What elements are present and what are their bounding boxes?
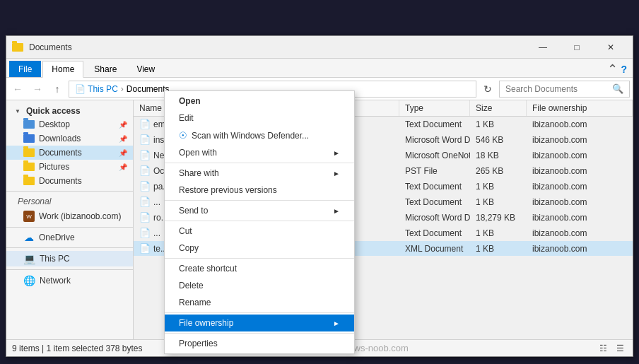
tab-file[interactable]: File (9, 61, 41, 77)
sidebar-item-downloads[interactable]: Downloads 📌 (6, 131, 133, 146)
file-type: Text Document (399, 194, 470, 209)
work-icon: W (23, 211, 35, 222)
ribbon-tabs: File Home Share View ⌃ ? (6, 59, 633, 77)
ctx-scan[interactable]: ☉ Scan with Windows Defender... (165, 127, 354, 144)
ctx-open-label: Open (179, 96, 201, 106)
ctx-fileownership-label: File ownership (179, 318, 233, 328)
ctx-sendto[interactable]: Send to ► (165, 202, 354, 219)
sidebar-personal-label: Personal (18, 196, 51, 206)
search-box[interactable]: 🔍 (499, 81, 630, 98)
help-icon[interactable]: ? (621, 64, 627, 75)
txt-file-icon2: 📄 (139, 181, 151, 192)
ctx-rename[interactable]: Rename (165, 294, 354, 311)
sidebar-item-documents[interactable]: Documents 📌 (6, 146, 133, 160)
sidebar-item-pictures[interactable]: Pictures 📌 (6, 160, 133, 174)
onedrive-icon: ☁ (23, 233, 35, 242)
ctx-restore[interactable]: Restore previous versions (165, 182, 354, 199)
pin-icon-pics: 📌 (119, 163, 127, 171)
doc-file-icon2: 📄 (139, 212, 151, 223)
file-size: 265 KB (470, 163, 527, 178)
up-button[interactable]: ↑ (49, 81, 66, 98)
ctx-openwith[interactable]: Open with ► (165, 144, 354, 161)
file-owner: ibizanoob.com (527, 241, 633, 256)
ctx-copy[interactable]: Copy (165, 240, 354, 257)
txt-file-icon4: 📄 (139, 228, 151, 238)
sidebar-divider1 (6, 191, 133, 192)
sidebar-divider4 (6, 269, 133, 270)
quick-access-header[interactable]: ▼ Quick access (6, 103, 133, 117)
pin-icon: 📌 (119, 121, 127, 129)
network-icon: 🌐 (23, 275, 35, 286)
file-size: 1 KB (470, 241, 527, 256)
sidebar-documents-label: Documents (39, 148, 82, 158)
ctx-properties-label: Properties (179, 339, 218, 348)
file-size: 1 KB (470, 117, 527, 131)
back-button[interactable]: ← (9, 81, 26, 98)
tab-home[interactable]: Home (42, 61, 83, 78)
close-button[interactable]: ✕ (594, 37, 627, 58)
ribbon: File Home Share View ⌃ ? (6, 59, 633, 78)
sidebar: ▼ Quick access Desktop 📌 Downloads 📌 Doc… (6, 100, 134, 339)
ctx-openwith-label: Open with (179, 148, 217, 158)
sidebar-item-desktop[interactable]: Desktop 📌 (6, 117, 133, 131)
ctx-open[interactable]: Open (165, 93, 354, 110)
ctx-copy-label: Copy (179, 243, 199, 253)
defender-icon: ☉ (179, 130, 187, 141)
minimize-button[interactable]: — (527, 37, 559, 58)
col-size[interactable]: Size (470, 100, 527, 116)
txt-file-icon: 📄 (139, 119, 151, 129)
ctx-divider6 (165, 333, 354, 334)
sidebar-item-personal[interactable]: Personal (6, 194, 133, 209)
ctx-edit-label: Edit (179, 113, 194, 123)
tab-share[interactable]: Share (85, 61, 126, 77)
forward-button[interactable]: → (29, 81, 46, 98)
ribbon-collapse-icon[interactable]: ⌃ (607, 61, 618, 77)
sidebar-item-onedrive[interactable]: ☁ OneDrive (6, 230, 133, 245)
ctx-edit[interactable]: Edit (165, 110, 354, 127)
path-thispc[interactable]: 📄 This PC (75, 84, 118, 94)
ctx-cut[interactable]: Cut (165, 223, 354, 240)
ctx-sharewith-label: Share with (179, 168, 219, 178)
ctx-sharewith[interactable]: Share with ► (165, 165, 354, 182)
list-view-button[interactable]: ☷ (596, 341, 610, 356)
file-type: Microsoft OneNote... (399, 148, 470, 163)
sidebar-pictures-label: Pictures (39, 162, 69, 172)
path-documents[interactable]: Documents (127, 84, 170, 94)
sidebar-item-documents2[interactable]: Documents (6, 174, 133, 188)
file-owner: ibizanoob.com (527, 148, 633, 163)
desktop-folder-icon (23, 120, 35, 129)
col-ownership[interactable]: File ownership (527, 100, 633, 116)
sidebar-desktop-label: Desktop (39, 119, 70, 129)
ctx-fileownership[interactable]: File ownership ► (165, 315, 354, 331)
tab-view[interactable]: View (127, 61, 164, 77)
thispc-icon: 💻 (23, 253, 35, 264)
title-bar-icons (12, 42, 23, 53)
file-type: Microsoft Word D... (399, 132, 470, 147)
file-type: Microsoft Word D... (399, 210, 470, 225)
file-type: XML Document (399, 241, 470, 256)
refresh-button[interactable]: ↻ (479, 81, 496, 98)
ctx-delete[interactable]: Delete (165, 277, 354, 294)
pin-icon-dl: 📌 (119, 135, 127, 143)
sidebar-onedrive-label: OneDrive (39, 233, 75, 242)
title-bar: Documents — □ ✕ (6, 36, 633, 59)
detail-view-button[interactable]: ☰ (613, 341, 627, 356)
pst-file-icon: 📄 (139, 165, 151, 176)
file-owner: ibizanoob.com (527, 210, 633, 225)
ctx-createshortcut-label: Create shortcut (179, 264, 237, 274)
ctx-properties[interactable]: Properties (165, 335, 354, 352)
search-input[interactable] (505, 84, 612, 94)
expand-arrow: ▼ (15, 108, 20, 115)
ctx-delete-label: Delete (179, 281, 204, 290)
ctx-createshortcut[interactable]: Create shortcut (165, 260, 354, 277)
sidebar-item-network[interactable]: 🌐 Network (6, 273, 133, 288)
sidebar-item-work[interactable]: W Work (ibizanoob.com) (6, 209, 133, 224)
sidebar-item-thispc[interactable]: 💻 This PC (6, 251, 133, 266)
ctx-sendto-label: Send to (179, 206, 208, 216)
quick-access-label: Quick access (26, 106, 81, 116)
ctx-divider2 (165, 200, 354, 201)
window-controls: — □ ✕ (527, 37, 627, 58)
maximize-button[interactable]: □ (561, 37, 593, 58)
ctx-divider3 (165, 221, 354, 221)
col-type[interactable]: Type (399, 100, 470, 116)
